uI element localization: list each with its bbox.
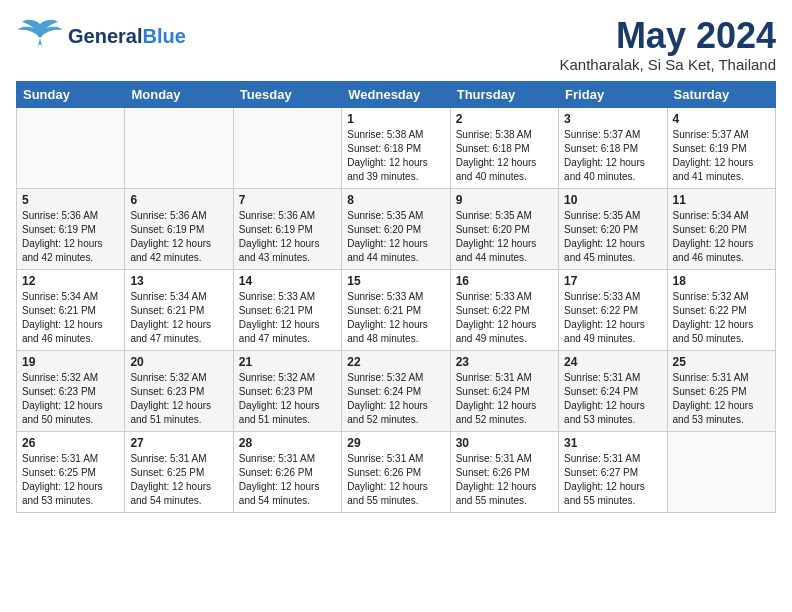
day-number: 16 (456, 274, 553, 288)
day-number: 15 (347, 274, 444, 288)
table-row: 17Sunrise: 5:33 AMSunset: 6:22 PMDayligh… (559, 269, 667, 350)
day-number: 21 (239, 355, 336, 369)
day-info: Sunrise: 5:37 AMSunset: 6:18 PMDaylight:… (564, 128, 661, 184)
day-number: 28 (239, 436, 336, 450)
col-sunday: Sunday (17, 81, 125, 107)
table-row: 15Sunrise: 5:33 AMSunset: 6:21 PMDayligh… (342, 269, 450, 350)
table-row: 28Sunrise: 5:31 AMSunset: 6:26 PMDayligh… (233, 431, 341, 512)
day-number: 24 (564, 355, 661, 369)
table-row: 29Sunrise: 5:31 AMSunset: 6:26 PMDayligh… (342, 431, 450, 512)
location: Kantharalak, Si Sa Ket, Thailand (559, 56, 776, 73)
table-row (125, 107, 233, 188)
day-info: Sunrise: 5:31 AMSunset: 6:26 PMDaylight:… (456, 452, 553, 508)
day-info: Sunrise: 5:31 AMSunset: 6:25 PMDaylight:… (130, 452, 227, 508)
day-number: 9 (456, 193, 553, 207)
day-number: 8 (347, 193, 444, 207)
day-info: Sunrise: 5:32 AMSunset: 6:24 PMDaylight:… (347, 371, 444, 427)
day-info: Sunrise: 5:31 AMSunset: 6:25 PMDaylight:… (673, 371, 770, 427)
day-info: Sunrise: 5:31 AMSunset: 6:26 PMDaylight:… (239, 452, 336, 508)
day-info: Sunrise: 5:33 AMSunset: 6:21 PMDaylight:… (347, 290, 444, 346)
day-number: 18 (673, 274, 770, 288)
day-info: Sunrise: 5:31 AMSunset: 6:24 PMDaylight:… (564, 371, 661, 427)
table-row: 8Sunrise: 5:35 AMSunset: 6:20 PMDaylight… (342, 188, 450, 269)
table-row: 16Sunrise: 5:33 AMSunset: 6:22 PMDayligh… (450, 269, 558, 350)
table-row: 21Sunrise: 5:32 AMSunset: 6:23 PMDayligh… (233, 350, 341, 431)
table-row: 9Sunrise: 5:35 AMSunset: 6:20 PMDaylight… (450, 188, 558, 269)
table-row: 3Sunrise: 5:37 AMSunset: 6:18 PMDaylight… (559, 107, 667, 188)
day-number: 7 (239, 193, 336, 207)
day-number: 19 (22, 355, 119, 369)
table-row: 12Sunrise: 5:34 AMSunset: 6:21 PMDayligh… (17, 269, 125, 350)
table-row: 23Sunrise: 5:31 AMSunset: 6:24 PMDayligh… (450, 350, 558, 431)
day-number: 27 (130, 436, 227, 450)
calendar-week-row: 1Sunrise: 5:38 AMSunset: 6:18 PMDaylight… (17, 107, 776, 188)
calendar-week-row: 26Sunrise: 5:31 AMSunset: 6:25 PMDayligh… (17, 431, 776, 512)
table-row: 25Sunrise: 5:31 AMSunset: 6:25 PMDayligh… (667, 350, 775, 431)
day-info: Sunrise: 5:36 AMSunset: 6:19 PMDaylight:… (22, 209, 119, 265)
day-number: 10 (564, 193, 661, 207)
logo-general: General (68, 25, 142, 47)
table-row: 11Sunrise: 5:34 AMSunset: 6:20 PMDayligh… (667, 188, 775, 269)
day-info: Sunrise: 5:35 AMSunset: 6:20 PMDaylight:… (456, 209, 553, 265)
logo: GeneralBlue (16, 16, 186, 56)
table-row (233, 107, 341, 188)
table-row: 10Sunrise: 5:35 AMSunset: 6:20 PMDayligh… (559, 188, 667, 269)
title-section: May 2024 Kantharalak, Si Sa Ket, Thailan… (559, 16, 776, 73)
day-info: Sunrise: 5:37 AMSunset: 6:19 PMDaylight:… (673, 128, 770, 184)
table-row: 4Sunrise: 5:37 AMSunset: 6:19 PMDaylight… (667, 107, 775, 188)
table-row: 30Sunrise: 5:31 AMSunset: 6:26 PMDayligh… (450, 431, 558, 512)
table-row: 13Sunrise: 5:34 AMSunset: 6:21 PMDayligh… (125, 269, 233, 350)
logo-icon (16, 16, 64, 56)
day-info: Sunrise: 5:38 AMSunset: 6:18 PMDaylight:… (456, 128, 553, 184)
table-row: 26Sunrise: 5:31 AMSunset: 6:25 PMDayligh… (17, 431, 125, 512)
table-row: 22Sunrise: 5:32 AMSunset: 6:24 PMDayligh… (342, 350, 450, 431)
day-number: 14 (239, 274, 336, 288)
calendar-header-row: Sunday Monday Tuesday Wednesday Thursday… (17, 81, 776, 107)
table-row: 7Sunrise: 5:36 AMSunset: 6:19 PMDaylight… (233, 188, 341, 269)
day-number: 31 (564, 436, 661, 450)
day-number: 17 (564, 274, 661, 288)
day-number: 13 (130, 274, 227, 288)
calendar-week-row: 19Sunrise: 5:32 AMSunset: 6:23 PMDayligh… (17, 350, 776, 431)
day-number: 5 (22, 193, 119, 207)
table-row: 19Sunrise: 5:32 AMSunset: 6:23 PMDayligh… (17, 350, 125, 431)
day-info: Sunrise: 5:34 AMSunset: 6:21 PMDaylight:… (130, 290, 227, 346)
day-number: 6 (130, 193, 227, 207)
table-row (667, 431, 775, 512)
day-info: Sunrise: 5:32 AMSunset: 6:23 PMDaylight:… (22, 371, 119, 427)
table-row: 24Sunrise: 5:31 AMSunset: 6:24 PMDayligh… (559, 350, 667, 431)
logo-text: GeneralBlue (68, 25, 186, 48)
day-info: Sunrise: 5:34 AMSunset: 6:21 PMDaylight:… (22, 290, 119, 346)
day-info: Sunrise: 5:31 AMSunset: 6:26 PMDaylight:… (347, 452, 444, 508)
day-info: Sunrise: 5:33 AMSunset: 6:22 PMDaylight:… (564, 290, 661, 346)
day-info: Sunrise: 5:35 AMSunset: 6:20 PMDaylight:… (347, 209, 444, 265)
day-info: Sunrise: 5:31 AMSunset: 6:24 PMDaylight:… (456, 371, 553, 427)
table-row: 5Sunrise: 5:36 AMSunset: 6:19 PMDaylight… (17, 188, 125, 269)
table-row: 27Sunrise: 5:31 AMSunset: 6:25 PMDayligh… (125, 431, 233, 512)
day-info: Sunrise: 5:33 AMSunset: 6:21 PMDaylight:… (239, 290, 336, 346)
page-header: GeneralBlue May 2024 Kantharalak, Si Sa … (16, 16, 776, 73)
col-thursday: Thursday (450, 81, 558, 107)
day-info: Sunrise: 5:35 AMSunset: 6:20 PMDaylight:… (564, 209, 661, 265)
day-number: 3 (564, 112, 661, 126)
day-info: Sunrise: 5:34 AMSunset: 6:20 PMDaylight:… (673, 209, 770, 265)
table-row: 20Sunrise: 5:32 AMSunset: 6:23 PMDayligh… (125, 350, 233, 431)
day-number: 25 (673, 355, 770, 369)
col-saturday: Saturday (667, 81, 775, 107)
table-row: 2Sunrise: 5:38 AMSunset: 6:18 PMDaylight… (450, 107, 558, 188)
calendar-week-row: 12Sunrise: 5:34 AMSunset: 6:21 PMDayligh… (17, 269, 776, 350)
table-row: 18Sunrise: 5:32 AMSunset: 6:22 PMDayligh… (667, 269, 775, 350)
logo-blue: Blue (142, 25, 185, 47)
day-number: 30 (456, 436, 553, 450)
day-number: 12 (22, 274, 119, 288)
day-number: 1 (347, 112, 444, 126)
table-row: 14Sunrise: 5:33 AMSunset: 6:21 PMDayligh… (233, 269, 341, 350)
day-info: Sunrise: 5:38 AMSunset: 6:18 PMDaylight:… (347, 128, 444, 184)
calendar-week-row: 5Sunrise: 5:36 AMSunset: 6:19 PMDaylight… (17, 188, 776, 269)
day-number: 22 (347, 355, 444, 369)
day-info: Sunrise: 5:32 AMSunset: 6:23 PMDaylight:… (239, 371, 336, 427)
day-info: Sunrise: 5:36 AMSunset: 6:19 PMDaylight:… (239, 209, 336, 265)
col-tuesday: Tuesday (233, 81, 341, 107)
day-info: Sunrise: 5:31 AMSunset: 6:27 PMDaylight:… (564, 452, 661, 508)
month-title: May 2024 (559, 16, 776, 56)
